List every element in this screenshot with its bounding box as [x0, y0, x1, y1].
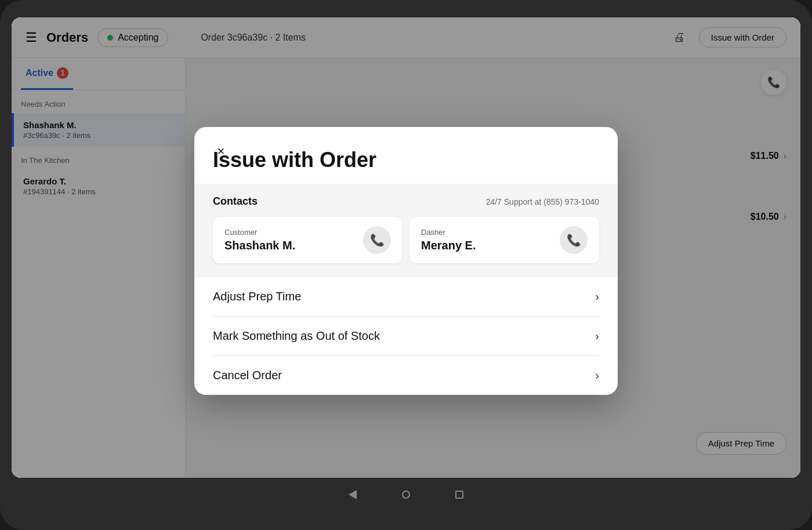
- back-button[interactable]: [343, 485, 362, 504]
- adjust-prep-time-menu-item[interactable]: Adjust Prep Time ›: [213, 277, 599, 317]
- chevron-right-icon: ›: [595, 290, 599, 303]
- modal-title: Issue with Order: [213, 148, 599, 172]
- call-customer-button[interactable]: 📞: [363, 226, 391, 254]
- contacts-title: Contacts: [213, 195, 258, 208]
- dasher-contact-card: Dasher Merany E. 📞: [409, 217, 599, 263]
- out-of-stock-menu-item[interactable]: Mark Something as Out of Stock ›: [213, 317, 599, 356]
- modal-header: × Issue with Order: [194, 127, 618, 184]
- customer-label: Customer: [224, 228, 295, 237]
- support-text: 24/7 Support at (855) 973-1040: [486, 197, 599, 206]
- home-button[interactable]: [397, 485, 415, 504]
- tablet-screen: ☰ Orders Accepting Order 3c96a39c · 2 It…: [12, 17, 800, 478]
- chevron-right-icon: ›: [595, 369, 599, 382]
- contacts-grid: Customer Shashank M. 📞 Dasher Merany E.: [213, 217, 599, 263]
- call-dasher-button[interactable]: 📞: [560, 226, 588, 254]
- contacts-header: Contacts 24/7 Support at (855) 973-1040: [213, 195, 599, 208]
- tablet-frame: ☰ Orders Accepting Order 3c96a39c · 2 It…: [0, 0, 812, 530]
- cancel-order-menu-item[interactable]: Cancel Order ›: [213, 356, 599, 395]
- bottom-nav: [12, 478, 800, 507]
- close-button[interactable]: ×: [211, 141, 231, 162]
- phone-icon: 📞: [567, 233, 581, 247]
- menu-item-label: Mark Something as Out of Stock: [213, 329, 380, 343]
- recents-button[interactable]: [450, 485, 469, 504]
- modal-menu: Adjust Prep Time › Mark Something as Out…: [194, 277, 618, 395]
- phone-icon: 📞: [370, 233, 385, 247]
- dasher-label: Dasher: [421, 228, 476, 237]
- customer-contact-card: Customer Shashank M. 📞: [213, 217, 403, 263]
- menu-item-label: Adjust Prep Time: [213, 290, 301, 303]
- chevron-right-icon: ›: [595, 329, 599, 343]
- contacts-section: Contacts 24/7 Support at (855) 973-1040 …: [194, 184, 618, 277]
- dasher-name: Merany E.: [421, 239, 476, 252]
- customer-name: Shashank M.: [224, 239, 295, 252]
- menu-item-label: Cancel Order: [213, 369, 282, 382]
- issue-with-order-modal: × Issue with Order Contacts 24/7 Support…: [194, 127, 618, 395]
